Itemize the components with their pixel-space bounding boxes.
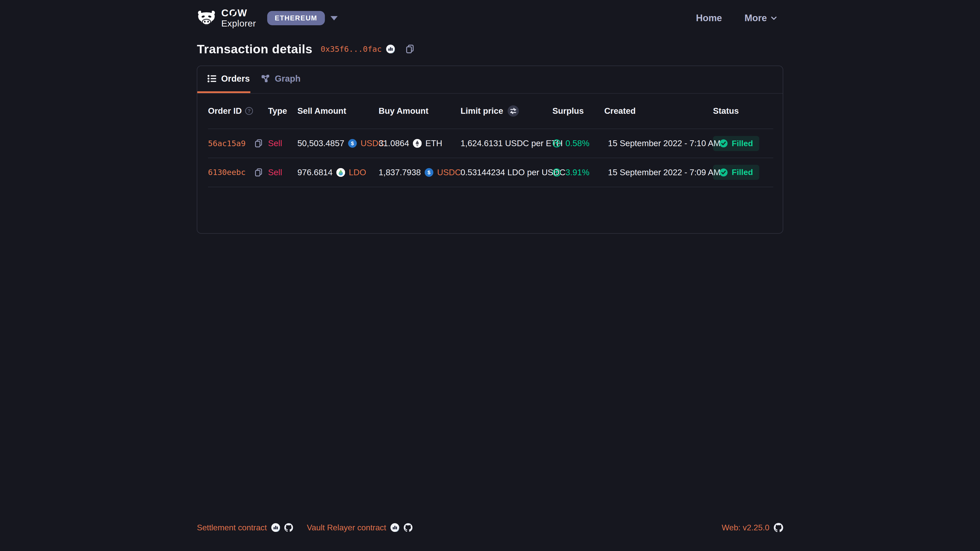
created-date: 15 September 2022 - 7:09 AM bbox=[608, 168, 721, 177]
usdc-token-icon: $ bbox=[425, 168, 433, 177]
status-badge: Filled bbox=[713, 165, 759, 180]
nav-more[interactable]: More bbox=[745, 13, 777, 24]
etherscan-link-icon[interactable] bbox=[386, 44, 395, 53]
app-header: COW Explorer ETHEREUM Home More bbox=[197, 0, 783, 27]
etherscan-link-icon[interactable] bbox=[390, 523, 399, 532]
sell-token-link[interactable]: LDO bbox=[349, 168, 366, 177]
page: COW Explorer ETHEREUM Home More Transact… bbox=[0, 0, 980, 551]
network-selector[interactable]: ETHEREUM bbox=[267, 11, 338, 25]
ldo-token-icon bbox=[336, 168, 345, 177]
table-header-row: Order ID Type Sell Amount Buy Amount Lim… bbox=[208, 94, 773, 129]
status-label: Filled bbox=[732, 139, 753, 148]
github-link-icon[interactable] bbox=[284, 523, 293, 532]
copy-tx-hash-icon[interactable] bbox=[406, 44, 415, 54]
col-type: Type bbox=[268, 106, 298, 116]
copy-order-id-icon[interactable] bbox=[255, 139, 263, 148]
app-footer: Settlement contract Vault Relayer contra… bbox=[0, 523, 980, 532]
created-date: 15 September 2022 - 7:10 AM bbox=[608, 138, 721, 148]
col-limit-price: Limit price bbox=[460, 106, 503, 116]
sell-amount: 50,503.4857 bbox=[298, 138, 344, 148]
graph-icon bbox=[261, 75, 270, 83]
col-status: Status bbox=[713, 106, 774, 116]
col-sell-amount: Sell Amount bbox=[298, 106, 379, 116]
vault-relayer-contract-link[interactable]: Vault Relayer contract bbox=[307, 523, 386, 532]
main-nav: Home More bbox=[696, 13, 783, 24]
network-dropdown-caret-icon bbox=[331, 16, 338, 21]
filled-check-icon bbox=[719, 139, 728, 148]
cow-logo-icon bbox=[197, 10, 216, 26]
settlement-contract-link[interactable]: Settlement contract bbox=[197, 523, 267, 532]
orders-table: Order ID Type Sell Amount Buy Amount Lim… bbox=[208, 94, 773, 187]
tab-orders[interactable]: Orders bbox=[197, 66, 250, 93]
order-id-link[interactable]: 6130eebc bbox=[208, 168, 245, 177]
order-type: Sell bbox=[268, 168, 298, 177]
tab-graph[interactable]: Graph bbox=[261, 66, 301, 93]
github-link-icon[interactable] bbox=[774, 523, 783, 532]
status-badge: Filled bbox=[713, 136, 759, 151]
limit-price: 1,624.6131 USDC per ETH bbox=[460, 138, 552, 148]
copy-order-id-icon[interactable] bbox=[255, 168, 263, 177]
buy-token-link[interactable]: USDC bbox=[437, 168, 461, 177]
status-label: Filled bbox=[732, 168, 753, 177]
table-row: 6130eebc Sell 976.6814 LDO 1,837.7938 $ … bbox=[208, 158, 773, 187]
title-row: Transaction details 0x35f6...0fac bbox=[197, 42, 783, 56]
sell-amount: 976.6814 bbox=[298, 168, 332, 177]
cow-explorer-logo[interactable]: COW Explorer bbox=[197, 8, 256, 28]
surplus-up-icon bbox=[552, 168, 561, 177]
limit-price: 0.53144234 LDO per USDC bbox=[460, 168, 552, 177]
surplus-value: 0.58% bbox=[566, 138, 590, 148]
swap-price-direction-icon[interactable] bbox=[508, 105, 519, 117]
buy-amount: 31.0864 bbox=[379, 138, 409, 148]
buy-token-label: ETH bbox=[425, 138, 442, 148]
filled-check-icon bbox=[719, 168, 728, 177]
surplus-up-icon bbox=[552, 139, 561, 148]
brand-wordmark: COW bbox=[221, 8, 256, 18]
col-order-id: Order ID bbox=[208, 106, 242, 116]
tab-bar: Orders Graph bbox=[197, 66, 783, 94]
order-type: Sell bbox=[268, 138, 298, 148]
eth-token-icon bbox=[413, 139, 422, 148]
page-title: Transaction details bbox=[197, 42, 312, 56]
order-id-link[interactable]: 56ac15a9 bbox=[208, 139, 245, 148]
help-icon[interactable] bbox=[245, 107, 253, 115]
tx-hash-link[interactable]: 0x35f6...0fac bbox=[321, 44, 382, 54]
etherscan-link-icon[interactable] bbox=[271, 523, 280, 532]
col-buy-amount: Buy Amount bbox=[379, 106, 461, 116]
web-version-link[interactable]: Web: v2.25.0 bbox=[722, 523, 770, 532]
table-row: 56ac15a9 Sell 50,503.4857 $ USDC 31.0864… bbox=[208, 129, 773, 158]
brand-subtitle: Explorer bbox=[221, 19, 256, 28]
surplus-value: 3.91% bbox=[566, 168, 590, 177]
buy-amount: 1,837.7938 bbox=[379, 168, 421, 177]
list-icon bbox=[207, 74, 216, 83]
usdc-token-icon: $ bbox=[348, 139, 357, 148]
col-created: Created bbox=[605, 106, 713, 116]
orders-card: Orders Graph Order ID Type Sell Amount B… bbox=[197, 65, 783, 233]
chevron-down-icon bbox=[771, 16, 777, 21]
nav-home[interactable]: Home bbox=[696, 13, 722, 24]
col-surplus: Surplus bbox=[552, 106, 604, 116]
network-badge[interactable]: ETHEREUM bbox=[267, 11, 325, 25]
github-link-icon[interactable] bbox=[404, 523, 412, 532]
